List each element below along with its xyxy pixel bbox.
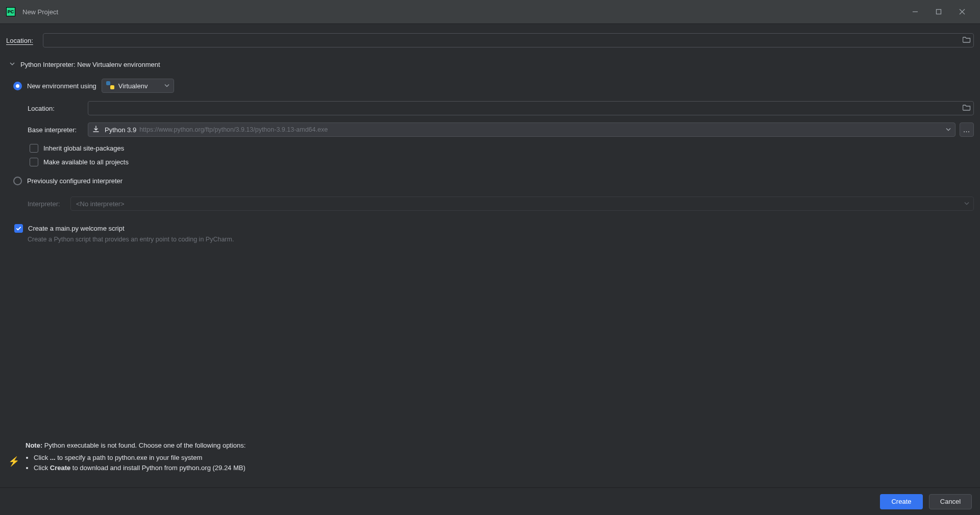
window-title: New Project — [22, 8, 58, 16]
location-label: Location: — [6, 37, 35, 44]
cancel-button[interactable]: Cancel — [929, 494, 972, 509]
new-env-label: New environment using — [27, 82, 96, 90]
maximize-button[interactable] — [927, 0, 950, 23]
interpreter-section-title: Python Interpreter: New Virtualenv envir… — [20, 61, 160, 68]
interpreter-dropdown: <No interpreter> — [70, 197, 974, 211]
note-text: Python executable is not found. Choose o… — [42, 442, 246, 449]
download-icon — [92, 126, 100, 134]
inherit-label: Inherit global site-packages — [43, 144, 124, 152]
svg-rect-1 — [937, 10, 941, 14]
make-available-label: Make available to all projects — [43, 158, 129, 166]
folder-icon[interactable] — [963, 104, 971, 113]
folder-icon[interactable] — [963, 36, 971, 45]
base-interpreter-label: Base interpreter: — [28, 126, 88, 134]
env-tool-value: Virtualenv — [118, 82, 148, 90]
chevron-down-icon — [164, 82, 169, 90]
base-interpreter-hint: https://www.python.org/ftp/python/3.9.13… — [139, 126, 328, 133]
titlebar: PC New Project — [0, 0, 980, 24]
interpreter-section-header[interactable]: Python Interpreter: New Virtualenv envir… — [6, 55, 974, 78]
env-location-label: Location: — [28, 105, 88, 112]
env-tool-dropdown[interactable]: Virtualenv — [102, 79, 174, 93]
chevron-down-icon — [946, 126, 951, 134]
note-bullet-2: Click Create to download and install Pyt… — [34, 463, 246, 473]
note-prefix: Note: — [26, 442, 42, 449]
interpreter-label: Interpreter: — [28, 200, 70, 208]
interpreter-value: <No interpreter> — [76, 200, 125, 208]
create-button[interactable]: Create — [880, 494, 923, 509]
new-env-radio[interactable] — [13, 82, 22, 90]
dialog-footer: Create Cancel — [0, 487, 980, 515]
note-bullet-1: Click ... to specify a path to python.ex… — [34, 453, 246, 463]
project-location-input[interactable] — [43, 33, 974, 47]
welcome-script-description: Create a Python script that provides an … — [10, 236, 974, 243]
app-icon: PC — [6, 7, 15, 16]
minimize-button[interactable] — [903, 0, 927, 23]
welcome-script-label: Create a main.py welcome script — [28, 225, 125, 232]
base-interpreter-dropdown[interactable]: Python 3.9 https://www.python.org/ftp/py… — [88, 122, 955, 137]
python-icon — [106, 81, 114, 91]
bolt-icon: ⚡ — [8, 456, 19, 467]
dialog-body: Location: Python Interpreter: New Virtua… — [0, 24, 980, 487]
chevron-down-icon — [964, 200, 969, 208]
make-available-checkbox[interactable] — [30, 158, 38, 166]
inherit-checkbox[interactable] — [30, 144, 38, 153]
welcome-script-checkbox[interactable] — [14, 224, 23, 233]
base-interpreter-value: Python 3.9 — [105, 126, 136, 134]
env-location-input[interactable] — [88, 101, 974, 115]
chevron-down-icon — [9, 61, 15, 68]
prev-interpreter-label: Previously configured interpreter — [27, 177, 122, 185]
prev-interpreter-radio[interactable] — [13, 177, 22, 185]
note-block: ⚡ Note: Python executable is not found. … — [6, 440, 974, 482]
close-button[interactable] — [950, 0, 974, 23]
base-interpreter-browse-button[interactable]: … — [960, 122, 974, 137]
